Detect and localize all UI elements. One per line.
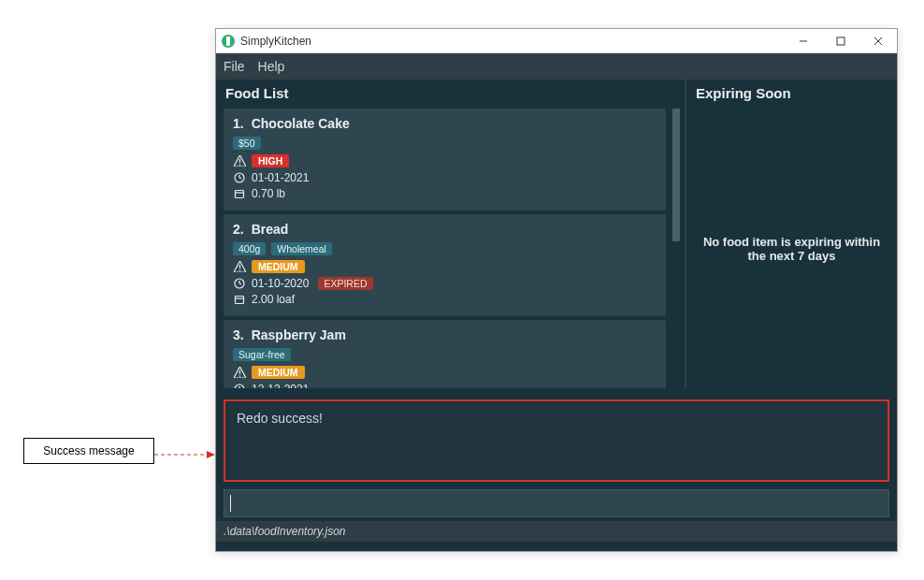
svg-rect-3: [837, 37, 845, 45]
maximize-icon: [836, 36, 845, 46]
expiring-message: No food item is expiring within the next…: [686, 109, 897, 388]
statusbar: .\data\foodInventory.json: [216, 521, 897, 542]
window-controls: [785, 29, 897, 53]
food-tags: 400gWholemeal: [233, 242, 657, 255]
menu-help[interactable]: Help: [258, 59, 285, 74]
tag: Sugar-free: [233, 348, 291, 361]
clock-icon: [233, 172, 246, 183]
food-tags: $50: [233, 137, 657, 150]
minimize-icon: [799, 36, 808, 46]
tag: $50: [233, 137, 261, 150]
close-icon: [873, 36, 883, 46]
food-title: 3.Raspberry Jam: [233, 327, 657, 342]
text-cursor-icon: [230, 495, 231, 512]
clock-icon: [233, 278, 246, 289]
food-index: 1.: [233, 116, 244, 131]
food-title: 1.Chocolate Cake: [233, 116, 657, 131]
maximize-button[interactable]: [822, 29, 859, 53]
result-text: Redo success!: [237, 411, 323, 426]
food-expiry-row: 12-12-2021: [233, 383, 657, 388]
svg-line-19: [239, 283, 241, 284]
warning-icon: [233, 155, 246, 167]
expiring-panel: Expiring Soon No food item is expiring w…: [686, 80, 897, 388]
food-expiry-row: 01-10-2020EXPIRED: [233, 277, 657, 290]
expiring-header: Expiring Soon: [686, 80, 897, 109]
tag: Wholemeal: [271, 242, 332, 255]
food-priority-row: MEDIUM: [233, 260, 657, 273]
minimize-button[interactable]: [785, 29, 822, 53]
food-priority-row: HIGH: [233, 154, 657, 167]
menubar: File Help: [216, 53, 897, 80]
svg-line-11: [239, 178, 241, 179]
svg-point-24: [238, 375, 240, 377]
food-list-header: Food List: [216, 80, 685, 109]
window-title: SimplyKitchen: [240, 35, 311, 48]
app-icon: [222, 35, 235, 48]
clock-icon: [233, 384, 246, 388]
svg-point-8: [238, 164, 240, 166]
status-path: .\data\foodInventory.json: [224, 525, 346, 538]
svg-marker-1: [207, 451, 215, 458]
food-quantity: 0.70 lb: [252, 187, 285, 200]
app-window: SimplyKitchen File Help Food List 1.Choc…: [215, 28, 898, 552]
package-icon: [233, 188, 246, 199]
food-tags: Sugar-free: [233, 348, 657, 361]
warning-icon: [233, 367, 246, 378]
result-display: Redo success!: [224, 399, 889, 482]
svg-rect-20: [236, 297, 244, 304]
food-list-scrollbar[interactable]: [671, 109, 681, 388]
food-card[interactable]: 1.Chocolate Cake$50HIGH01-01-20210.70 lb: [224, 109, 666, 210]
food-name: Bread: [252, 222, 289, 237]
svg-point-16: [238, 269, 240, 271]
content-area: Food List 1.Chocolate Cake$50HIGH01-01-2…: [216, 80, 897, 551]
package-icon: [233, 294, 246, 305]
annotation-label: Success message: [43, 444, 134, 457]
menu-file[interactable]: File: [224, 59, 245, 74]
food-expiry: 01-10-2020: [252, 277, 309, 290]
food-priority-row: MEDIUM: [233, 366, 657, 379]
close-button[interactable]: [859, 29, 897, 53]
command-input[interactable]: [224, 489, 889, 517]
tag: 400g: [233, 242, 266, 255]
priority-badge: MEDIUM: [252, 260, 305, 273]
priority-badge: MEDIUM: [252, 366, 305, 379]
food-list-panel: Food List 1.Chocolate Cake$50HIGH01-01-2…: [216, 80, 686, 388]
priority-badge: HIGH: [252, 154, 289, 167]
food-list: 1.Chocolate Cake$50HIGH01-01-20210.70 lb…: [216, 109, 685, 388]
food-name: Raspberry Jam: [252, 327, 346, 342]
food-quantity-row: 2.00 loaf: [233, 293, 657, 306]
food-index: 2.: [233, 222, 244, 237]
scrollbar-thumb[interactable]: [672, 109, 680, 241]
food-card[interactable]: 2.Bread400gWholemealMEDIUM01-10-2020EXPI…: [224, 214, 666, 316]
expired-badge: EXPIRED: [318, 277, 372, 290]
svg-rect-12: [236, 191, 244, 198]
annotation-callout: Success message: [23, 438, 154, 464]
food-card[interactable]: 3.Raspberry JamSugar-freeMEDIUM12-12-202…: [224, 320, 666, 388]
titlebar: SimplyKitchen: [216, 29, 897, 53]
food-expiry: 01-01-2021: [252, 171, 309, 184]
annotation-arrow: [154, 450, 215, 452]
warning-icon: [233, 261, 246, 272]
food-expiry-row: 01-01-2021: [233, 171, 657, 184]
food-expiry: 12-12-2021: [252, 383, 309, 388]
food-quantity: 2.00 loaf: [252, 293, 295, 306]
food-index: 3.: [233, 327, 244, 342]
food-name: Chocolate Cake: [252, 116, 350, 131]
food-quantity-row: 0.70 lb: [233, 187, 657, 200]
food-title: 2.Bread: [233, 222, 657, 237]
panels: Food List 1.Chocolate Cake$50HIGH01-01-2…: [216, 80, 897, 388]
